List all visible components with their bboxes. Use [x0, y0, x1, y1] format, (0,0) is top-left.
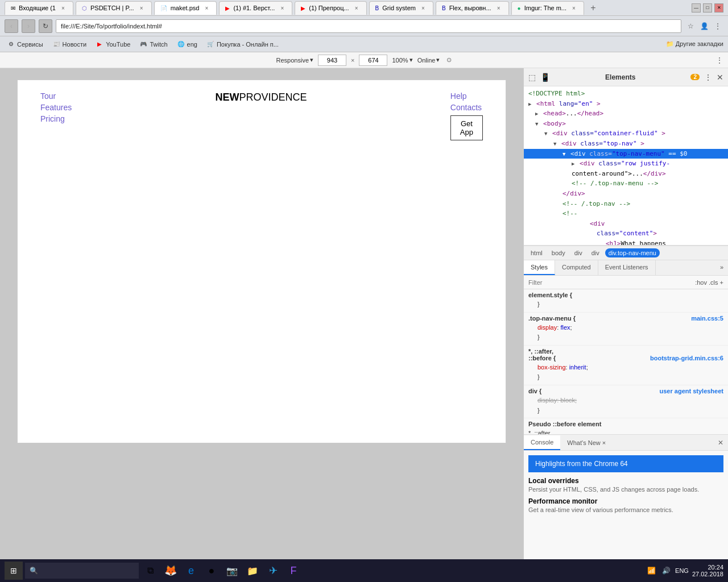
tree-head[interactable]: ▶ <head>...</head> [524, 109, 728, 119]
filter-input[interactable] [528, 279, 692, 286]
style-rule-topnavmenu: .top-nav-menu { main.css:5 display: flex… [524, 313, 728, 346]
restore-button[interactable]: □ [703, 3, 712, 13]
tab-grid-close[interactable]: × [419, 4, 427, 12]
taskbar-search[interactable]: 🔍 [25, 563, 139, 579]
nav-contacts-link[interactable]: Contacts [450, 103, 482, 112]
bookmark-youtube[interactable]: ▶ YouTube [93, 39, 133, 49]
taskbar-firefox-icon[interactable]: 🦊 [162, 562, 180, 580]
devtools-more-icon[interactable]: ⋮ [704, 73, 712, 82]
tab-maket[interactable]: 📄 maket.psd × [154, 1, 217, 15]
bc-body[interactable]: body [548, 248, 569, 257]
tree-container[interactable]: ▼ <div class="container-fluid" > [524, 128, 728, 139]
bc-div1[interactable]: div [571, 248, 586, 257]
tab-computed[interactable]: Computed [555, 260, 598, 275]
clock-time: 20:24 [692, 564, 723, 571]
minimize-button[interactable]: — [692, 3, 701, 13]
tab-imgur-close[interactable]: × [570, 4, 578, 12]
nav-features-link[interactable]: Features [40, 103, 72, 112]
profile-icon[interactable]: 👤 [698, 20, 710, 32]
tab-yt2-close[interactable]: × [353, 4, 361, 12]
bc-html[interactable]: html [527, 248, 546, 257]
close-button[interactable]: ✕ [714, 3, 723, 13]
task-view-icon[interactable]: ⧉ [141, 562, 159, 580]
nav-tour-link[interactable]: Tour [40, 92, 72, 101]
zoom-dropdown[interactable]: 100% ▾ [392, 56, 412, 64]
devtools-close-icon[interactable]: ✕ [717, 73, 723, 82]
tree-topnav[interactable]: ▼ <div class="top-nav" > [524, 139, 728, 149]
tab-imgur[interactable]: ● Imgur: The m... × [511, 1, 584, 15]
main-area: Tour Features Pricing NEWPROVIDENCE Help… [0, 68, 728, 559]
tree-closediv1[interactable]: </div> [524, 189, 728, 199]
tab-flex[interactable]: B Flex, выровн... × [436, 1, 509, 15]
start-button[interactable]: ⊞ [5, 562, 23, 580]
whatsnew-tab[interactable]: What's New × [560, 436, 613, 450]
viewport-width-input[interactable] [318, 55, 346, 66]
tab-psdetch-close[interactable]: × [138, 4, 146, 12]
nav-pricing-link[interactable]: Pricing [40, 114, 72, 123]
tab-styles-more[interactable]: » [715, 260, 728, 275]
page-viewport: Tour Features Pricing NEWPROVIDENCE Help… [0, 68, 523, 559]
bottom-panel-close[interactable]: ✕ [713, 435, 728, 450]
bookmark-services[interactable]: ⚙ Сервисы [5, 39, 46, 49]
tab-styles[interactable]: Styles [524, 260, 555, 275]
other-bookmarks[interactable]: 📁 Другие закладки [666, 40, 723, 48]
tree-topnavmenu[interactable]: ▼ <div class="top-nav-menu" == $0 [524, 149, 728, 159]
tab-maket-close[interactable]: × [202, 4, 210, 12]
tab-youtube1[interactable]: ▶ (1) #1. Верст... × [219, 1, 292, 15]
tab-gmail-close[interactable]: × [59, 4, 67, 12]
address-bar[interactable]: file:///E:/Site/To/portfolio/indext.html… [56, 19, 681, 33]
tree-row[interactable]: ▶ <div class="row justify- [524, 159, 728, 169]
tab-event-listeners[interactable]: Event Listeners [598, 260, 656, 275]
tray-network-icon: 📶 [646, 565, 657, 576]
taskbar-figma-icon[interactable]: F [284, 562, 303, 580]
back-button[interactable]: ‹ [5, 19, 18, 33]
settings-icon[interactable]: ⋮ [712, 20, 723, 32]
taskbar-camera-icon[interactable]: 📷 [223, 562, 241, 580]
tree-row-cont[interactable]: content-around">...</div> [524, 169, 728, 179]
taskbar-files-icon[interactable]: 📁 [243, 562, 262, 580]
tree-div-class[interactable]: class="content"> [524, 228, 728, 239]
bookmark-eng[interactable]: 🌐 eng [175, 39, 200, 49]
bookmark-news[interactable]: 📰 Новости [50, 39, 89, 49]
inspect-icon[interactable]: ⬚ [528, 73, 536, 82]
tab-yt1-close[interactable]: × [278, 4, 286, 12]
viewport-more-icon[interactable]: ⋮ [715, 56, 723, 65]
tab-grid[interactable]: B Grid system × [369, 1, 433, 15]
taskbar-telegram-icon[interactable]: ✈ [264, 562, 282, 580]
console-tab[interactable]: Console [524, 435, 560, 450]
get-app-button[interactable]: GetApp [450, 115, 483, 140]
new-tab-button[interactable]: + [586, 1, 600, 15]
tab-youtube2[interactable]: ▶ (1) Препроц... × [295, 1, 366, 15]
viewport-height-input[interactable] [359, 55, 387, 66]
tree-h1[interactable]: <h1>What happens [524, 239, 728, 246]
topnavmenu-source[interactable]: main.css:5 [691, 315, 723, 322]
universal-source[interactable]: bootstrap-grid.min.css:6 [650, 355, 723, 361]
bookmark-star-icon[interactable]: ☆ [685, 20, 696, 32]
taskbar-edge-icon[interactable]: e [182, 562, 200, 580]
tab-flex-close[interactable]: × [495, 4, 503, 12]
refresh-button[interactable]: ↻ [39, 19, 52, 33]
tree-html[interactable]: ▶ <html lang="en" > [524, 99, 728, 109]
tree-comment1[interactable]: <!-- /.top-nav-menu --> [524, 178, 728, 189]
tab-psdetch[interactable]: ⬡ PSDETCH | P... × [76, 1, 152, 15]
bc-topnavmenu[interactable]: div.top-nav-menu [605, 248, 660, 257]
online-dropdown[interactable]: Online ▾ [417, 56, 440, 64]
tree-doctype[interactable]: <!DOCTYPE html> [524, 89, 728, 99]
tree-body[interactable]: ▼ <body> [524, 119, 728, 129]
tree-comment2[interactable]: <!-- /.top-nav --> [524, 199, 728, 209]
tab-gmail[interactable]: ✉ Входящие (1 × [5, 1, 73, 15]
capture-icon[interactable]: ⊙ [446, 56, 452, 64]
elements-tab-label[interactable]: Elements [605, 73, 635, 81]
nav-bar: ‹ › ↻ file:///E:/Site/To/portfolio/index… [0, 16, 728, 36]
device-icon[interactable]: 📱 [540, 73, 550, 82]
bc-div2[interactable]: div [588, 248, 603, 257]
bookmark-twitch[interactable]: 🎮 Twitch [137, 39, 169, 49]
forward-button[interactable]: › [22, 19, 35, 33]
bookmark-shop[interactable]: 🛒 Покупка - Онлайн п... [204, 39, 281, 49]
tree-div-content[interactable]: <div [524, 219, 728, 229]
div-display: display: block; [528, 396, 723, 406]
responsive-dropdown[interactable]: Responsive ▾ [276, 56, 313, 64]
taskbar-chrome-icon[interactable]: ● [202, 562, 221, 580]
nav-help-link[interactable]: Help [450, 92, 467, 101]
tree-comment3[interactable]: <!-- [524, 209, 728, 219]
